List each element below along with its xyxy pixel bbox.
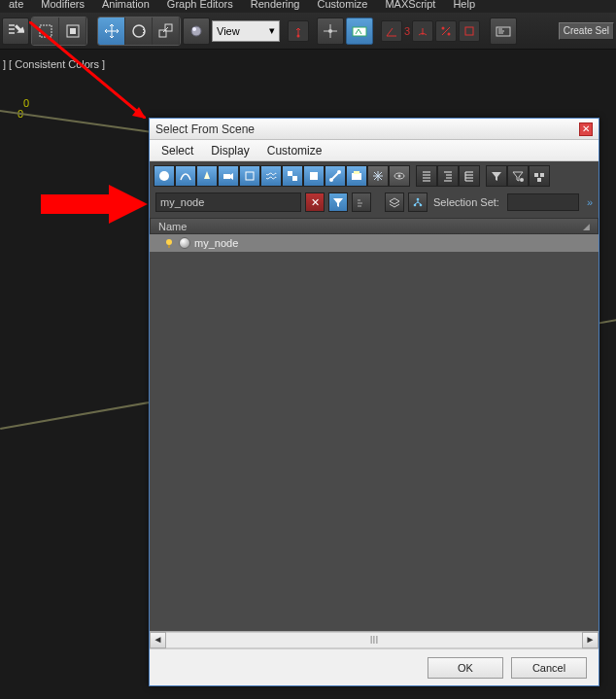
- ok-button[interactable]: OK: [428, 657, 503, 679]
- selection-set-label: Selection Set:: [433, 196, 499, 208]
- svg-point-30: [520, 178, 524, 182]
- sync-selection-button[interactable]: [529, 165, 550, 187]
- svg-rect-38: [168, 245, 170, 248]
- display-flat-button[interactable]: [416, 165, 437, 187]
- horizontal-scrollbar[interactable]: ◄ III ►: [150, 631, 599, 648]
- display-hierarchy-button[interactable]: [437, 165, 459, 187]
- select-from-scene-dialog: Select From Scene ✕ Select Display Custo…: [149, 118, 599, 686]
- main-toolbar: View▾ 3 Create Sel: [0, 13, 616, 50]
- filter-toggle-button[interactable]: [486, 165, 507, 187]
- filter-containers-button[interactable]: [346, 165, 367, 187]
- filter-hidden-button[interactable]: [389, 165, 410, 187]
- rotate-button[interactable]: [125, 17, 153, 45]
- svg-point-8: [297, 34, 300, 37]
- svg-rect-22: [292, 176, 297, 181]
- search-row: ✕ Selection Set: »: [150, 191, 599, 218]
- svg-point-3: [133, 25, 145, 37]
- dialog-menu-customize[interactable]: Customize: [267, 144, 323, 157]
- svg-rect-31: [534, 173, 538, 177]
- reference-coord-button[interactable]: [183, 17, 210, 45]
- filter-shapes-button[interactable]: [175, 165, 196, 187]
- dialog-title-text: Select From Scene: [155, 122, 255, 136]
- svg-rect-2: [70, 28, 76, 34]
- reference-coord-dropdown[interactable]: View▾: [212, 20, 280, 42]
- menu-graph-editors[interactable]: Graph Editors: [158, 0, 242, 13]
- node-type-icon: [179, 237, 190, 249]
- select-list-button[interactable]: [2, 17, 29, 45]
- svg-rect-33: [537, 178, 541, 182]
- scale-button[interactable]: [153, 17, 180, 45]
- dialog-body: ✕ Selection Set: » Name ◢ my_node ◄ III …: [150, 161, 599, 648]
- keyboard-shortcut-button[interactable]: [346, 17, 373, 45]
- filter-helpers-button[interactable]: [239, 165, 260, 187]
- dialog-menu-display[interactable]: Display: [211, 144, 249, 157]
- snap-value-label: 3: [404, 25, 410, 37]
- rectangular-region-button[interactable]: [32, 17, 59, 45]
- selection-set-expand-icon[interactable]: »: [587, 196, 593, 208]
- filter-toolbar: [150, 161, 599, 191]
- hierarchy-button[interactable]: [408, 192, 428, 212]
- scene-tree[interactable]: my_node: [150, 234, 599, 631]
- visibility-bulb-icon[interactable]: [163, 237, 175, 249]
- manipulate-button[interactable]: [317, 17, 344, 45]
- svg-point-11: [442, 26, 445, 29]
- svg-rect-23: [310, 172, 318, 180]
- dialog-titlebar[interactable]: Select From Scene ✕: [150, 119, 599, 140]
- filter-spacewarps-button[interactable]: [260, 165, 282, 187]
- tree-row[interactable]: my_node: [150, 234, 599, 252]
- menu-help[interactable]: Help: [444, 0, 484, 13]
- menu-rendering[interactable]: Rendering: [242, 0, 309, 13]
- svg-point-24: [329, 178, 333, 182]
- svg-rect-20: [246, 172, 254, 180]
- scroll-grip-label: III: [370, 635, 378, 646]
- filter-groups-button[interactable]: [282, 165, 303, 187]
- svg-rect-19: [223, 174, 230, 179]
- column-header-name[interactable]: Name ◢: [150, 218, 599, 234]
- dialog-close-button[interactable]: ✕: [579, 122, 593, 136]
- scroll-track[interactable]: III: [166, 632, 582, 648]
- pivot-button[interactable]: [288, 20, 309, 42]
- scroll-right-button[interactable]: ►: [582, 632, 599, 648]
- menu-create[interactable]: ate: [0, 0, 32, 13]
- find-filter-button[interactable]: [328, 192, 348, 212]
- cancel-button[interactable]: Cancel: [511, 657, 587, 679]
- move-button[interactable]: [98, 17, 125, 45]
- node-name-label: my_node: [194, 237, 238, 249]
- svg-rect-0: [40, 25, 51, 37]
- layer-button[interactable]: [385, 192, 404, 212]
- menu-maxscript[interactable]: MAXScript: [376, 0, 444, 13]
- spinner-snap-button[interactable]: [459, 20, 480, 42]
- svg-point-36: [420, 204, 423, 207]
- snap-angle-button[interactable]: [381, 20, 402, 42]
- dialog-footer: OK Cancel: [150, 648, 599, 685]
- filter-lights-button[interactable]: [196, 165, 218, 187]
- filter-cameras-button[interactable]: [218, 165, 239, 187]
- sort-indicator-icon: ◢: [583, 222, 590, 231]
- search-input[interactable]: [155, 192, 301, 212]
- clear-search-button[interactable]: ✕: [305, 192, 325, 212]
- selection-set-dropdown[interactable]: [507, 193, 579, 211]
- menu-animation[interactable]: Animation: [93, 0, 158, 13]
- viewport-label: ] [ Consistent Colors ]: [3, 58, 105, 70]
- named-selection-button[interactable]: [490, 17, 517, 45]
- filter-frozen-button[interactable]: [367, 165, 389, 187]
- create-selection-button[interactable]: Create Sel: [559, 22, 614, 40]
- selection-lock-button[interactable]: [352, 192, 371, 212]
- filter-config-button[interactable]: [507, 165, 529, 187]
- filter-geometry-button[interactable]: [154, 165, 175, 187]
- svg-marker-17: [41, 185, 148, 224]
- filter-xrefs-button[interactable]: [303, 165, 325, 187]
- axis-y-label: 0: [23, 97, 29, 109]
- menu-modifiers[interactable]: Modifiers: [32, 0, 93, 13]
- filter-bones-button[interactable]: [325, 165, 346, 187]
- window-crossing-button[interactable]: [59, 17, 86, 45]
- svg-point-6: [191, 26, 201, 36]
- svg-point-7: [192, 27, 196, 31]
- angle-snap-button[interactable]: [412, 20, 433, 42]
- percent-snap-button[interactable]: [435, 20, 457, 42]
- scroll-left-button[interactable]: ◄: [150, 632, 166, 648]
- display-layers-button[interactable]: [459, 165, 480, 187]
- dialog-menu-select[interactable]: Select: [161, 144, 193, 157]
- svg-rect-27: [354, 171, 359, 174]
- menu-customize[interactable]: Customize: [308, 0, 376, 13]
